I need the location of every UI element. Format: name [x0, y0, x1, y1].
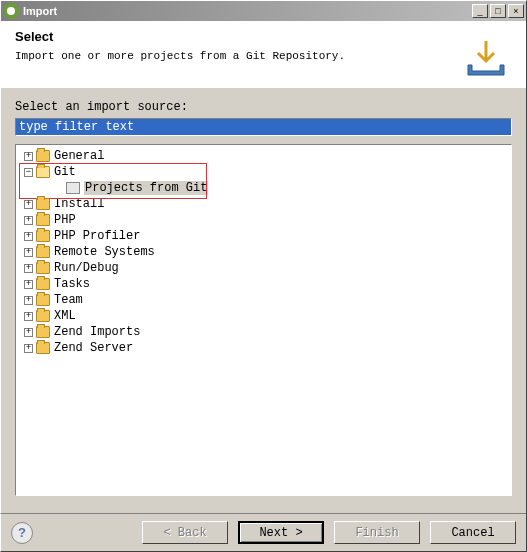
expand-icon[interactable]: +	[24, 328, 33, 337]
folder-icon	[36, 214, 50, 226]
tree-folder[interactable]: −Git	[18, 164, 509, 180]
tree-node-label: Zend Server	[54, 341, 133, 355]
titlebar: Import _ □ ×	[0, 0, 527, 21]
expand-icon[interactable]: +	[24, 200, 33, 209]
next-button[interactable]: Next >	[238, 521, 324, 544]
tree-folder[interactable]: +Install	[18, 196, 509, 212]
folder-icon	[36, 246, 50, 258]
folder-icon	[36, 262, 50, 274]
import-tree[interactable]: +General−GitProjects from Git+Install+PH…	[15, 144, 512, 496]
filter-input[interactable]	[15, 118, 512, 136]
folder-icon	[36, 326, 50, 338]
wizard-body: Select an import source: +General−GitPro…	[0, 88, 527, 513]
wizard-header: Select Import one or more projects from …	[0, 21, 527, 88]
tree-folder[interactable]: +General	[18, 148, 509, 164]
tree-node-label: Git	[54, 165, 76, 179]
tree-node-label: Install	[54, 197, 104, 211]
tree-folder[interactable]: +Run/Debug	[18, 260, 509, 276]
tree-folder[interactable]: +Zend Server	[18, 340, 509, 356]
page-description: Import one or more projects from a Git R…	[15, 50, 512, 62]
folder-icon	[36, 198, 50, 210]
expand-icon[interactable]: +	[24, 152, 33, 161]
svg-point-0	[7, 7, 15, 15]
source-label: Select an import source:	[15, 100, 512, 114]
expand-icon[interactable]: +	[24, 216, 33, 225]
app-icon	[3, 3, 19, 19]
folder-icon	[36, 278, 50, 290]
tree-node-label: Tasks	[54, 277, 90, 291]
close-button[interactable]: ×	[508, 4, 524, 18]
cancel-button[interactable]: Cancel	[430, 521, 516, 544]
tree-node-label: General	[54, 149, 104, 163]
tree-leaf[interactable]: Projects from Git	[18, 180, 509, 196]
tree-node-label: Zend Imports	[54, 325, 140, 339]
tree-node-label: PHP	[54, 213, 76, 227]
help-button[interactable]: ?	[11, 522, 33, 544]
maximize-button[interactable]: □	[490, 4, 506, 18]
tree-folder[interactable]: +XML	[18, 308, 509, 324]
folder-icon	[36, 150, 50, 162]
tree-node-label: Projects from Git	[84, 181, 208, 195]
expand-icon[interactable]: +	[24, 344, 33, 353]
collapse-icon[interactable]: −	[24, 168, 33, 177]
expand-icon[interactable]: +	[24, 296, 33, 305]
tree-folder[interactable]: +PHP Profiler	[18, 228, 509, 244]
expand-icon[interactable]: +	[24, 280, 33, 289]
tree-node-label: Team	[54, 293, 83, 307]
folder-icon	[36, 342, 50, 354]
tree-folder[interactable]: +Remote Systems	[18, 244, 509, 260]
folder-icon	[36, 310, 50, 322]
wizard-icon	[66, 182, 80, 194]
expand-icon[interactable]: +	[24, 232, 33, 241]
tree-node-label: PHP Profiler	[54, 229, 140, 243]
minimize-button[interactable]: _	[472, 4, 488, 18]
import-icon	[464, 35, 508, 79]
folder-icon	[36, 166, 50, 178]
tree-node-label: Remote Systems	[54, 245, 155, 259]
tree-node-label: XML	[54, 309, 76, 323]
tree-folder[interactable]: +Tasks	[18, 276, 509, 292]
expand-icon[interactable]: +	[24, 312, 33, 321]
tree-folder[interactable]: +Team	[18, 292, 509, 308]
finish-button: Finish	[334, 521, 420, 544]
tree-folder[interactable]: +Zend Imports	[18, 324, 509, 340]
window-title: Import	[23, 5, 472, 17]
expand-icon[interactable]: +	[24, 264, 33, 273]
back-button: < Back	[142, 521, 228, 544]
wizard-footer: ? < Back Next > Finish Cancel	[0, 513, 527, 552]
tree-node-label: Run/Debug	[54, 261, 119, 275]
folder-icon	[36, 294, 50, 306]
page-title: Select	[15, 29, 512, 44]
folder-icon	[36, 230, 50, 242]
expand-icon[interactable]: +	[24, 248, 33, 257]
tree-folder[interactable]: +PHP	[18, 212, 509, 228]
